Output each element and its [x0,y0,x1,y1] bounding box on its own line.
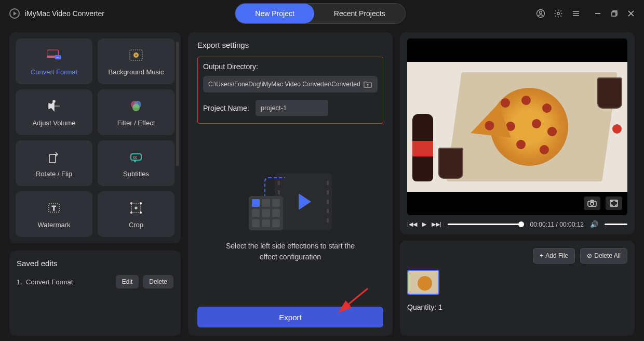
svg-point-25 [131,212,132,213]
tool-filter-effect[interactable]: Filter / Effect [98,89,175,135]
saved-edits-panel: Saved edits 1. Convert Format Edit Delet… [9,251,181,336]
playback-bar: |◀◀ ▶ ▶▶| 00:00:11 / 00:00:12 🔊 [407,220,627,228]
svg-point-23 [131,202,132,204]
svg-rect-3 [612,12,616,16]
app-brand: iMyMac Video Converter [9,8,104,19]
tool-rotate-flip[interactable]: Rotate / Flip [16,140,92,186]
export-hint-area: Select the left side effections to start… [197,134,383,301]
svg-rect-15 [49,154,56,163]
svg-point-1 [540,11,542,14]
svg-line-27 [339,288,368,312]
tool-convert-format[interactable]: ••• Convert Format [16,38,92,84]
svg-text:•••: ••• [57,56,60,59]
svg-point-10 [136,54,137,56]
window-close-button[interactable] [627,10,635,17]
scrollbar[interactable] [176,42,179,166]
project-name-input[interactable] [256,100,328,116]
output-directory-label: Output Directory: [203,62,378,71]
svg-text:T: T [52,205,56,212]
progress-bar[interactable] [448,224,524,225]
tool-subtitles[interactable]: cc Subtitles [98,140,175,186]
files-panel: +Add File ⊘Delete All Quantity: 1 [400,241,635,336]
adjust-volume-icon [46,98,62,114]
svg-point-2 [557,12,560,15]
browse-folder-icon[interactable] [363,80,372,88]
saved-edits-title: Saved edits [17,259,173,268]
svg-point-22 [135,207,137,209]
watermark-icon: T [46,200,62,216]
window-minimize-button[interactable] [594,10,601,17]
annotation-arrow-icon [331,286,373,317]
app-logo-icon [9,8,20,19]
svg-point-24 [140,202,142,204]
play-button[interactable]: ▶ [422,221,426,228]
playback-time: 00:00:11 / 00:00:12 [530,221,584,228]
crop-icon [128,200,144,216]
saved-edit-name: 1. Convert Format [17,278,73,286]
preview-panel: |◀◀ ▶ ▶▶| 00:00:11 / 00:00:12 🔊 [400,32,635,234]
quantity-label: Quantity: 1 [407,303,627,311]
svg-point-29 [591,202,594,205]
svg-point-11 [53,100,55,102]
tool-label: Rotate / Flip [36,170,72,178]
titlebar-actions [536,9,635,18]
background-music-icon [128,47,144,63]
tab-recent-projects[interactable]: Recent Projects [314,4,405,23]
tool-label: Adjust Volume [32,119,75,127]
output-directory-value: C:\Users\FoneDog\iMyMac Video Converter\… [208,81,363,88]
subtitles-icon: cc [128,149,144,165]
tool-crop[interactable]: Crop [98,191,175,237]
main-area: ••• Convert Format Background Music Adju… [0,27,644,341]
export-settings-panel: Export settings Output Directory: C:\Use… [188,32,393,336]
output-directory-field[interactable]: C:\Users\FoneDog\iMyMac Video Converter\… [203,76,378,93]
tool-label: Background Music [109,68,164,76]
tool-label: Convert Format [31,68,77,76]
tool-label: Watermark [37,221,70,229]
svg-point-26 [140,212,142,213]
edit-saved-button[interactable]: Edit [116,275,139,288]
svg-point-14 [132,104,140,111]
window-maximize-button[interactable] [611,10,618,17]
sidebar: ••• Convert Format Background Music Adju… [9,32,181,336]
delete-all-button[interactable]: ⊘Delete All [580,248,627,264]
tools-panel: ••• Convert Format Background Music Adju… [9,32,181,243]
tool-label: Crop [129,221,143,229]
tool-background-music[interactable]: Background Music [98,38,175,84]
filter-effect-icon [128,98,144,114]
fullscreen-icon[interactable] [606,196,622,210]
menu-icon[interactable] [571,9,581,18]
convert-format-icon: ••• [46,47,62,63]
file-thumbnail[interactable] [407,270,439,295]
next-button[interactable]: ▶▶| [432,221,441,228]
video-content [407,62,627,192]
app-title: iMyMac Video Converter [25,9,104,18]
video-preview[interactable] [407,38,627,215]
volume-icon[interactable]: 🔊 [590,220,598,228]
account-icon[interactable] [536,9,545,18]
export-fields-highlight: Output Directory: C:\Users\FoneDog\iMyMa… [197,57,383,124]
snapshot-icon[interactable] [584,196,600,210]
tool-watermark[interactable]: T Watermark [16,191,92,237]
svg-text:cc: cc [133,155,137,160]
delete-saved-button[interactable]: Delete [143,275,173,288]
volume-slider[interactable] [605,224,627,225]
saved-edit-row: 1. Convert Format Edit Delete [17,275,173,288]
tab-new-project[interactable]: New Project [235,4,314,23]
right-column: |◀◀ ▶ ▶▶| 00:00:11 / 00:00:12 🔊 +Add Fil… [400,32,635,336]
export-hint-text: Select the left side effections to start… [218,241,363,263]
titlebar: iMyMac Video Converter New Project Recen… [0,0,644,27]
project-name-label: Project Name: [203,104,249,112]
prev-button[interactable]: |◀◀ [407,221,417,228]
tool-adjust-volume[interactable]: Adjust Volume [16,89,92,135]
tool-label: Subtitles [123,170,149,178]
tool-label: Filter / Effect [117,119,155,127]
rotate-flip-icon [46,149,62,165]
export-settings-title: Export settings [197,41,383,49]
effect-illustration-icon [249,173,332,230]
project-tab-switch: New Project Recent Projects [235,3,405,24]
settings-icon[interactable] [554,9,563,18]
add-file-button[interactable]: +Add File [533,248,575,264]
